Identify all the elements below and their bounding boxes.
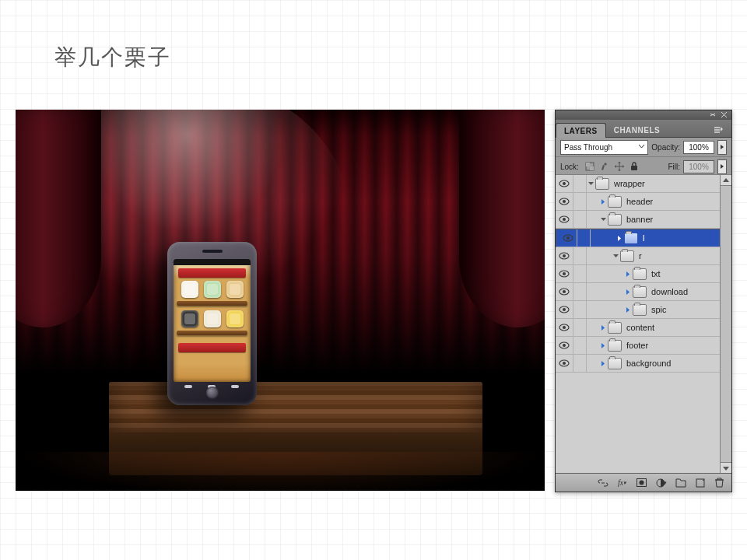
app-row-1 xyxy=(178,281,246,298)
disclosure-triangle-icon[interactable] xyxy=(599,324,607,331)
layer-row-l[interactable]: l xyxy=(556,229,721,247)
layer-name: content xyxy=(625,323,654,332)
visibility-toggle[interactable] xyxy=(556,265,573,282)
layer-name: header xyxy=(625,197,653,206)
folder-icon xyxy=(633,286,647,298)
layer-name: download xyxy=(650,287,688,296)
close-icon[interactable] xyxy=(721,112,727,117)
lock-pixels-icon[interactable] xyxy=(600,162,610,172)
folder-icon xyxy=(608,358,622,369)
link-layers-icon[interactable] xyxy=(597,477,608,488)
lock-position-icon[interactable] xyxy=(615,162,625,172)
visibility-toggle[interactable] xyxy=(556,193,573,210)
disclosure-triangle-icon[interactable] xyxy=(624,306,632,313)
scroll-up-icon[interactable] xyxy=(721,175,731,186)
layer-row-banner[interactable]: banner xyxy=(556,211,721,229)
disclosure-triangle-icon[interactable] xyxy=(599,198,607,205)
svg-rect-1 xyxy=(586,163,590,166)
tree-scrollbar[interactable] xyxy=(720,174,731,473)
disclosure-triangle-icon[interactable] xyxy=(587,180,594,187)
blend-mode-select[interactable]: Pass Through xyxy=(560,140,648,155)
blend-opacity-row: Pass Through Opacity: 100% xyxy=(556,138,731,157)
svg-point-21 xyxy=(563,326,566,329)
phone-key-right xyxy=(231,385,239,388)
folder-icon xyxy=(608,196,622,208)
scroll-down-icon[interactable] xyxy=(721,462,731,473)
layer-row-spic[interactable]: spic xyxy=(556,301,721,319)
opacity-stepper[interactable] xyxy=(717,140,727,155)
visibility-toggle[interactable] xyxy=(556,211,573,228)
phone-home-button xyxy=(206,387,219,399)
svg-point-17 xyxy=(563,290,566,293)
disclosure-triangle-icon[interactable] xyxy=(624,289,632,296)
visibility-toggle[interactable] xyxy=(556,175,573,192)
fx-icon[interactable]: fx▾ xyxy=(616,477,628,488)
fill-label: Fill: xyxy=(668,163,680,171)
panel-menu-icon[interactable] xyxy=(711,124,731,137)
svg-rect-2 xyxy=(590,166,594,170)
mask-icon[interactable] xyxy=(636,477,647,488)
panel-titlebar[interactable] xyxy=(556,110,731,120)
app-row-2 xyxy=(178,310,246,327)
layer-name: l xyxy=(641,233,644,243)
link-column xyxy=(573,355,587,372)
chevron-down-icon xyxy=(638,143,645,150)
panel-tabs: LAYERS CHANNELS xyxy=(556,120,731,138)
tab-channels[interactable]: CHANNELS xyxy=(606,123,668,137)
fill-stepper[interactable] xyxy=(717,159,727,174)
layer-row-content[interactable]: content xyxy=(556,319,721,337)
layer-name: spic xyxy=(650,305,667,314)
svg-point-23 xyxy=(563,344,566,347)
new-layer-icon[interactable] xyxy=(694,477,706,488)
adjustment-icon[interactable]: ▾ xyxy=(655,477,667,488)
folder-icon xyxy=(608,340,622,352)
phone-earpiece xyxy=(202,250,223,253)
screen-ribbon-bottom xyxy=(178,343,246,352)
visibility-toggle[interactable] xyxy=(559,229,577,247)
phone-statusbar xyxy=(174,259,251,265)
layer-name: txt xyxy=(650,269,661,278)
folder-icon xyxy=(608,214,622,226)
visibility-toggle[interactable] xyxy=(556,247,573,264)
lock-all-icon[interactable] xyxy=(630,162,640,172)
link-column xyxy=(577,229,591,247)
layer-row-footer[interactable]: footer xyxy=(556,337,721,355)
lock-transparency-icon[interactable] xyxy=(585,162,595,172)
app-icon xyxy=(181,281,198,298)
shelf-1 xyxy=(177,301,247,306)
visibility-toggle[interactable] xyxy=(556,319,573,336)
disclosure-triangle-icon[interactable] xyxy=(599,216,607,223)
svg-point-13 xyxy=(563,254,566,257)
collapse-icon[interactable] xyxy=(710,112,716,117)
disclosure-triangle-icon[interactable] xyxy=(612,253,619,260)
link-column xyxy=(573,319,587,336)
lock-label: Lock: xyxy=(560,163,579,171)
layer-row-wrapper[interactable]: wrapper xyxy=(556,175,721,193)
trash-icon[interactable] xyxy=(714,477,725,488)
layers-tree[interactable]: wrapperheaderbannerlrtxtdownloadspiccont… xyxy=(556,174,721,473)
app-icon xyxy=(204,281,221,298)
visibility-toggle[interactable] xyxy=(556,283,573,300)
disclosure-triangle-icon[interactable] xyxy=(615,235,623,242)
layer-name: r xyxy=(637,251,642,261)
disclosure-triangle-icon[interactable] xyxy=(624,271,632,278)
visibility-toggle[interactable] xyxy=(556,337,573,354)
layer-row-r[interactable]: r xyxy=(556,247,721,265)
layer-row-header[interactable]: header xyxy=(556,193,721,211)
folder-icon xyxy=(624,233,638,244)
design-preview xyxy=(16,110,545,491)
link-column xyxy=(573,301,587,318)
link-column xyxy=(573,175,587,192)
tab-layers[interactable]: LAYERS xyxy=(556,123,606,138)
layer-row-download[interactable]: download xyxy=(556,283,721,301)
visibility-toggle[interactable] xyxy=(556,301,573,318)
layer-row-background[interactable]: background xyxy=(556,355,721,373)
opacity-field[interactable]: 100% xyxy=(683,141,714,154)
new-group-icon[interactable] xyxy=(675,477,686,488)
visibility-toggle[interactable] xyxy=(556,355,573,372)
svg-point-25 xyxy=(563,362,566,365)
link-column xyxy=(573,193,587,210)
disclosure-triangle-icon[interactable] xyxy=(599,342,607,349)
layer-row-txt[interactable]: txt xyxy=(556,265,721,283)
disclosure-triangle-icon[interactable] xyxy=(599,360,607,367)
